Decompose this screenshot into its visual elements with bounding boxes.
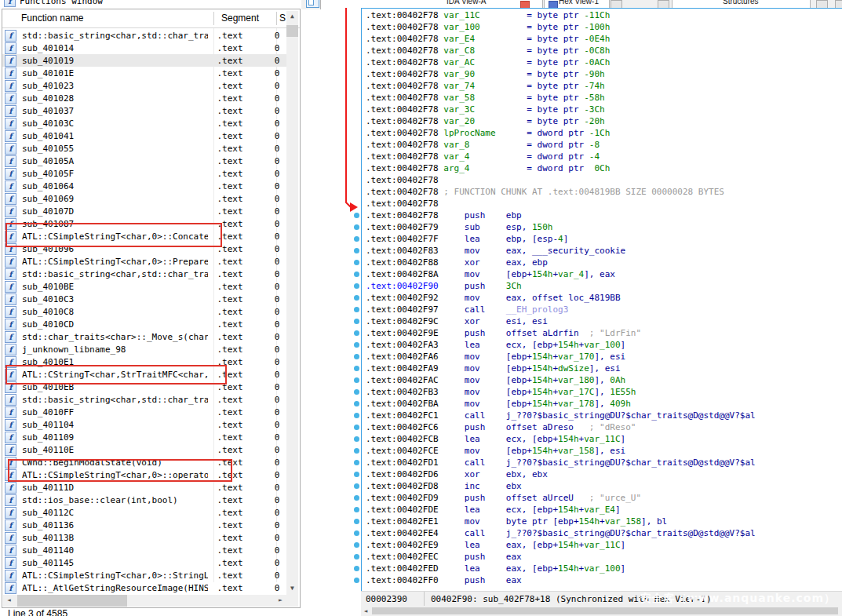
scroll-left-icon[interactable]: ◄ [3,595,15,607]
asm-address[interactable]: .text:00402F9C [366,316,439,326]
asm-line[interactable]: .text:00402F78 var_11C = byte ptr -11Ch [366,10,610,20]
asm-line[interactable]: .text:00402F90 push 3Ch [366,281,522,291]
asm-address[interactable]: .text:00402FB3 [366,387,439,397]
asm-address[interactable]: .text:00402F78 [366,163,439,173]
asm-address[interactable]: .text:00402F83 [366,246,439,256]
asm-line[interactable]: .text:00402F78 lpProcName = dword ptr -1… [366,128,610,138]
function-row[interactable]: fsub_40101E.text0 [2,67,286,79]
asm-line[interactable]: .text:00402FC1 call j_??0?$basic_string@… [366,410,756,421]
function-row[interactable]: fj_unknown_libname_98.text0 [2,343,286,355]
vertical-scrollbar[interactable]: ▲ ▼ [286,11,298,595]
asm-address[interactable]: .text:00402FE1 [366,516,439,527]
asm-address[interactable]: .text:00402F78 [366,128,439,138]
header-separator[interactable] [213,12,214,25]
function-row[interactable]: fsub_401014.text0 [2,42,286,54]
functions-list-header[interactable]: Function name Segment S [2,9,300,28]
scrollbar-thumb[interactable] [286,25,298,37]
function-row[interactable]: fsub_40110E.text0 [2,443,286,456]
asm-address[interactable]: .text:00402F79 [366,222,439,232]
asm-address[interactable]: .text:00402F78 [366,22,439,32]
asm-address[interactable]: .text:00402FC1 [366,410,439,421]
asm-line[interactable]: .text:00402FA3 lea ecx, [ebp+154h+var_10… [366,340,625,350]
asm-line[interactable]: .text:00402FCE mov [ebp+154h+var_158], e… [366,446,625,456]
asm-line[interactable]: .text:00402F97 call __EH_prolog3 [366,304,568,315]
asm-line[interactable]: .text:00402F78 var_C8 = byte ptr -0C8h [366,46,610,56]
asm-line[interactable]: .text:00402FCB lea ecx, [ebp+154h+var_11… [366,434,625,444]
function-row[interactable]: fsub_401028.text0 [2,92,286,104]
asm-line[interactable]: .text:00402FC6 push offset aDreso ; "dRe… [366,422,636,432]
scrollbar-thumb[interactable] [372,607,838,614]
asm-line[interactable]: .text:00402FB3 mov [ebp+154h+var_17C], 1… [366,387,636,397]
asm-line[interactable]: .text:00402F78 var_20 = byte ptr -20h [366,116,605,126]
asm-line[interactable]: .text:00402F78 ; FUNCTION CHUNK AT .text… [366,187,724,197]
function-row[interactable]: fATL::CSimpleStringT<char,0>::PrepareWr…… [2,255,286,268]
asm-line[interactable]: .text:00402F78 var_E4 = byte ptr -0E4h [366,34,610,44]
asm-line[interactable]: .text:00402F78 var_3C = byte ptr -3Ch [366,104,605,115]
header-separator[interactable] [276,12,277,25]
asm-address[interactable]: .text:00402F78 [366,34,439,44]
asm-line[interactable]: .text:00402FD8 inc ebx [366,481,522,491]
asm-address[interactable]: .text:00402F9E [366,328,439,338]
asm-address[interactable]: .text:00402F88 [366,257,439,268]
asm-line[interactable]: .text:00402F8A mov [ebp+154h+var_4], eax [366,269,615,279]
function-row[interactable]: fsub_401019.text0 [2,54,286,67]
function-row[interactable]: fsub_401064.text0 [2,180,286,192]
asm-address[interactable]: .text:00402FCE [366,446,439,456]
asm-address[interactable]: .text:00402FD1 [366,457,439,468]
function-row[interactable]: fsub_40112C.text0 [2,506,286,519]
column-function-name[interactable]: Function name [21,13,83,24]
asm-address[interactable]: .text:00402FDE [366,505,439,515]
asm-line[interactable]: .text:00402FA6 mov [ebp+154h+var_170], e… [366,352,625,362]
function-row[interactable]: fsub_401109.text0 [2,431,286,443]
asm-address[interactable]: .text:00402FC6 [366,422,439,432]
asm-address[interactable]: .text:00402F78 [366,93,439,103]
asm-address[interactable]: .text:00402FAC [366,375,439,385]
asm-line[interactable]: .text:00402F78 var_74 = byte ptr -74h [366,81,605,91]
asm-line[interactable]: .text:00402F78 var_100 = byte ptr -100h [366,22,610,32]
asm-line[interactable]: .text:00402FE1 mov byte ptr [ebp+154h+va… [366,516,667,527]
asm-line[interactable]: .text:00402FDE lea ecx, [ebp+154h+var_E4… [366,505,621,515]
scroll-up-icon[interactable]: ▲ [286,11,298,23]
asm-line[interactable]: .text:00402F78 var_AC = byte ptr -0ACh [366,57,610,67]
horizontal-scrollbar[interactable]: ◄ ► [3,595,286,607]
asm-address[interactable]: .text:00402F78 [366,57,439,67]
asm-line[interactable]: .text:00402F9E push offset aLdrfin ; "Ld… [366,328,641,338]
asm-line[interactable]: .text:00402FED lea eax, [ebp+154h+var_10… [366,563,625,574]
asm-address[interactable]: .text:00402F97 [366,304,439,315]
function-row[interactable]: fATL::CSimpleStringT<char,0>::StringLen…… [2,569,286,581]
asm-address[interactable]: .text:00402F8A [366,269,439,279]
asm-line[interactable]: .text:00402F78 [366,175,439,185]
asm-address[interactable]: .text:00402F92 [366,293,439,303]
asm-address[interactable]: .text:00402FF0 [366,575,439,585]
function-row[interactable]: fsub_40103C.text0 [2,117,286,129]
asm-address[interactable]: .text:00402FE4 [366,528,439,538]
function-row[interactable]: fsub_4010FF.text0 [2,406,286,418]
asm-line[interactable]: .text:00402FBA mov [ebp+154h+var_178], 4… [366,399,631,409]
function-row[interactable]: fstd::char_traits<char>::_Move_s(char *…… [2,330,286,343]
asm-line[interactable]: .text:00402FD9 push offset aUrceU ; "urc… [366,493,641,503]
asm-address[interactable]: .text:00402F78 [366,116,439,126]
asm-address[interactable]: .text:00402FA3 [366,340,439,350]
function-row[interactable]: fsub_401055.text0 [2,142,286,155]
asm-line[interactable]: .text:00402FF0 push eax [366,575,522,585]
asm-address[interactable]: .text:00402F78 [366,69,439,79]
function-row[interactable]: fATL::_AtlGetStringResourceImage(HINSTA…… [2,581,286,594]
asm-line[interactable]: .text:00402F9C xor esi, esi [366,316,548,326]
asm-address[interactable]: .text:00402FD6 [366,469,439,479]
asm-address[interactable]: .text:00402F78 [366,151,439,162]
asm-line[interactable]: .text:00402F78 arg_4 = dword ptr 0Ch [366,163,610,173]
scroll-down-icon[interactable]: ▼ [286,583,298,595]
column-start[interactable]: S [279,13,286,24]
asm-line[interactable]: .text:00402FD6 xor ebx, ebx [366,469,548,479]
asm-line[interactable]: .text:00402F78 var_4 = dword ptr -4 [366,151,600,162]
column-segment[interactable]: Segment [221,13,259,24]
asm-address[interactable]: .text:00402FCB [366,434,439,444]
asm-line[interactable]: .text:00402F78 var_58 = byte ptr -58h [366,93,605,103]
asm-address[interactable]: .text:00402F78 [366,81,439,91]
asm-address[interactable]: .text:00402FD8 [366,481,439,491]
scroll-left-icon[interactable]: ◄ [361,606,370,616]
function-row[interactable]: fsub_401037.text0 [2,104,286,117]
asm-address[interactable]: .text:00402FD9 [366,493,439,503]
asm-line[interactable]: .text:00402F78 var_8 = dword ptr -8 [366,140,600,150]
asm-address[interactable]: .text:00402F7F [366,234,439,244]
